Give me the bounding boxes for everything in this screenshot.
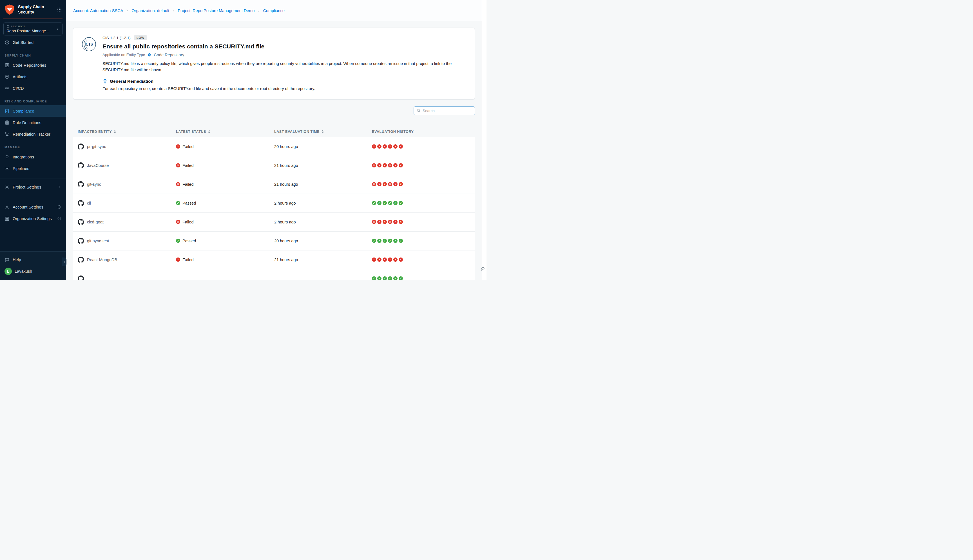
impacted-entity-cell: cicd-goat [78,219,176,225]
status-label: Failed [182,220,194,224]
table-row[interactable]: React-MongoDB×Failed21 hours ago×××××× [73,250,475,269]
failed-icon: × [377,182,382,186]
rule-description: SECURITY.md file is a security policy fi… [102,61,466,73]
rule-detail-card: CIS CIS-1.2.1 (1.2.1) LOW Ensure all pub… [73,28,475,100]
column-header-impacted-entity[interactable]: IMPACTED ENTITY [78,130,176,134]
table-body: pr-git-sync×Failed20 hours ago××××××Java… [73,137,475,280]
failed-icon: × [388,144,392,148]
impacted-entity-cell: git-sync [78,181,176,187]
sidebar-item-organization-settings[interactable]: Organization Settings [0,213,66,224]
sidebar-item-rule-definitions[interactable]: Rule Definitions [0,117,66,128]
sidebar-collapse-button[interactable] [62,257,67,266]
sidebar-item-pipelines[interactable]: Pipelines [0,163,66,174]
sidebar-item-account-settings[interactable]: Account Settings [0,201,66,213]
passed-icon: ✓ [399,238,403,243]
evaluation-history-cell: ×××××× [372,257,475,262]
passed-icon: ✓ [176,201,180,205]
sidebar-item-label: Pipelines [13,166,29,171]
table-row[interactable]: git-sync×Failed21 hours ago×××××× [73,175,475,194]
failed-icon: × [377,220,382,224]
sidebar-item-remediation-tracker[interactable]: Remediation Tracker [0,128,66,140]
module-switcher-icon[interactable] [57,7,62,12]
sidebar-item-label: Code Repositories [13,63,46,68]
sidebar-divider [0,178,66,178]
help-icon [5,257,10,262]
passed-icon: ✓ [382,276,387,280]
column-header-label: LATEST STATUS [176,130,206,134]
sidebar-item-ci-cd[interactable]: CI/CD [0,82,66,94]
column-header-last-evaluation-time[interactable]: LAST EVALUATION TIME [274,130,372,134]
breadcrumb-separator-icon [172,9,175,12]
search-box[interactable] [414,107,475,115]
table-row[interactable]: JavaCourse×Failed21 hours ago×××××× [73,156,475,175]
project-icon [7,25,9,28]
support-chat-icon[interactable] [480,267,486,272]
passed-icon: ✓ [382,201,387,205]
entity-name[interactable]: JavaCourse [87,163,108,168]
failed-icon: × [377,257,382,262]
breadcrumb-link[interactable]: Account: Automation-SSCA [73,8,123,13]
failed-icon: × [393,144,397,148]
failed-icon: × [176,182,180,186]
breadcrumb-link[interactable]: Organization: default [132,8,169,13]
info-icon [57,217,62,221]
sort-icon[interactable] [114,130,116,133]
status-label: Failed [182,182,194,187]
sidebar-section-label: SUPPLY CHAIN [0,48,66,59]
code-repositories-icon [5,63,10,68]
help-label: Help [13,257,21,262]
project-selector[interactable]: PROJECT Repo Posture Manage... [3,23,62,35]
project-name: Repo Posture Manage... [7,29,49,33]
failed-icon: × [382,182,387,186]
scrollbar-gutter[interactable] [482,0,486,280]
sidebar-item-project-settings[interactable]: Project Settings [0,181,66,193]
user-menu[interactable]: L Lavakush [0,265,66,277]
failed-icon: × [382,257,387,262]
sidebar-item-integrations[interactable]: Integrations [0,151,66,163]
column-header-latest-status[interactable]: LATEST STATUS [176,130,274,134]
table-row[interactable]: cicd-goat×Failed2 hours ago×××××× [73,213,475,232]
evaluation-history-cell: ✓✓✓✓✓✓ [372,201,475,205]
entity-name[interactable]: cicd-goat [87,220,103,224]
table-row[interactable]: ✓✓✓✓✓✓ [73,269,475,280]
failed-icon: × [176,220,180,224]
breadcrumb-link[interactable]: Project: Repo Posture Management Demo [178,8,255,13]
entity-name[interactable]: git-sync-test [87,238,109,243]
entity-name[interactable]: React-MongoDB [87,257,117,262]
app-root: Supply Chain Security PROJECT Repo Postu… [0,0,486,280]
supply-chain-security-logo-icon [4,4,15,15]
severity-badge: LOW [134,35,147,40]
failed-icon: × [377,163,382,167]
sidebar-item-get-started[interactable]: Get Started [0,37,66,48]
failed-icon: × [377,144,382,148]
entity-name[interactable]: pr-git-sync [87,144,106,149]
entity-name[interactable]: cli [87,201,91,205]
impacted-entity-cell: JavaCourse [78,162,176,168]
rule-title: Ensure all public repositories contain a… [102,43,466,50]
search-input[interactable] [422,108,472,113]
failed-icon: × [372,163,376,167]
sort-icon[interactable] [322,130,324,133]
failed-icon: × [372,182,376,186]
sidebar-bottom: Help L Lavakush [0,251,66,280]
sidebar-item-compliance[interactable]: Compliance [0,105,66,117]
sidebar-item-help[interactable]: Help [0,254,66,265]
table-row[interactable]: pr-git-sync×Failed20 hours ago×××××× [73,137,475,156]
last-evaluation-time-cell: 20 hours ago [274,238,372,243]
content: CIS CIS-1.2.1 (1.2.1) LOW Ensure all pub… [66,22,486,280]
table-row[interactable]: cli✓Passed2 hours ago✓✓✓✓✓✓ [73,194,475,213]
entity-name[interactable]: git-sync [87,182,101,187]
sidebar-item-artifacts[interactable]: Artifacts [0,71,66,82]
table-row[interactable]: git-sync-test✓Passed20 hours ago✓✓✓✓✓✓ [73,232,475,250]
passed-icon: ✓ [372,201,376,205]
svg-text:CIS: CIS [85,42,93,47]
breadcrumb-separator-icon [125,9,129,12]
sidebar-item-label: Integrations [13,155,34,159]
applicable-label: Applicable on Entity Type [102,53,145,57]
github-icon [78,162,84,168]
breadcrumb-link[interactable]: Compliance [263,8,285,13]
sidebar-item-code-repositories[interactable]: Code Repositories [0,59,66,71]
cis-logo: CIS [82,37,96,52]
failed-icon: × [393,182,397,186]
sort-icon[interactable] [208,130,210,133]
